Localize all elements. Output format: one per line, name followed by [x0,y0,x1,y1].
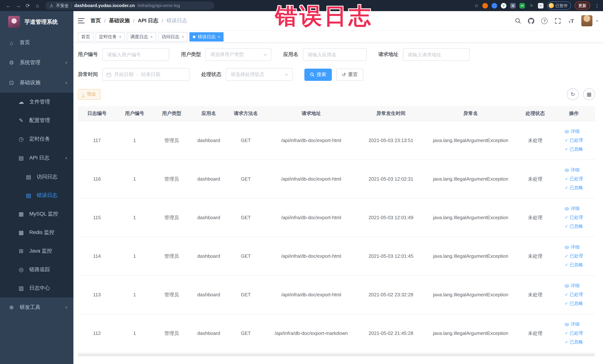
sidebar-item-java-monitor[interactable]: ⊞ Java 监控 [0,242,73,260]
breadcrumb-separator: / [162,18,163,24]
extension-icon[interactable]: ● [538,3,544,8]
horizontal-scrollbar[interactable] [78,353,595,356]
close-icon[interactable]: × [150,35,153,39]
avatar-caret-icon[interactable]: ▾ [596,19,598,23]
fullscreen-icon[interactable] [555,17,561,24]
ignored-link[interactable]: ✓已忽略 [565,262,583,268]
sidebar-item-config-management[interactable]: ✎ 配置管理 [0,111,73,130]
close-icon[interactable]: × [182,35,184,39]
processed-link[interactable]: ✓已处理 [565,137,583,143]
column-settings-button[interactable]: ▦ [583,88,595,100]
breadcrumb-item[interactable]: 首页 [91,17,101,24]
sidebar-item-redis-monitor[interactable]: ▩ Redis 监控 [0,223,73,242]
column-header: 用户类型 [153,106,190,121]
sidebar-item-mysql-monitor[interactable]: ▦ MySQL 监控 [0,205,73,223]
detail-link[interactable]: 详细 [565,205,580,212]
extension-icon[interactable]: ▦ [510,3,516,8]
processed-link[interactable]: ✓已处理 [565,330,583,336]
ignored-link[interactable]: ✓已忽略 [565,300,583,307]
sidebar-item-home[interactable]: ⌂ 首页 [0,33,73,53]
detail-link[interactable]: 详细 [565,282,580,289]
cell-type: 管理员 [153,160,190,198]
sidebar-item-dev-tools[interactable]: ⊕ 研发工具 ∨ [0,297,73,317]
sidebar-item-label: 文件管理 [29,99,68,105]
sidebar-item-error-logs[interactable]: ▤ 错误日志 [0,186,73,205]
user-avatar[interactable] [581,15,592,26]
date-range-picker[interactable]: 开始日期 - 结束日期 [102,68,189,81]
extension-icon[interactable] [492,3,497,8]
table-body: 1171管理员dashboardGET/api/infra/db-doc/exp… [78,121,595,352]
sidebar-item-scheduled-tasks[interactable]: ◷ 定时任务 [0,130,73,148]
app-name-input[interactable] [303,48,366,61]
security-label[interactable]: 不安全 [56,3,69,8]
sidebar-item-trace[interactable]: ◎ 链路追踪 [0,260,73,279]
request-url-input[interactable] [403,48,470,61]
detail-link[interactable]: 详细 [565,321,580,328]
sidebar-item-log-center[interactable]: ▥ 日志中心 [0,279,73,297]
tab-home[interactable]: 首页 [78,32,93,41]
close-icon[interactable]: × [218,35,220,39]
font-size-icon[interactable]: TT [568,17,575,24]
extension-icon[interactable] [482,3,488,8]
processed-link[interactable]: ✓已处理 [565,214,583,221]
log-center-icon: ▥ [18,285,24,292]
reload-icon[interactable]: ⟳ [23,3,33,9]
filter-status: 处理状态 请选择处理状态 [201,68,292,81]
reset-button[interactable]: ↺ 重置 [336,69,363,81]
tab-access-logs[interactable]: 访问日志 × [158,32,187,41]
ignored-link[interactable]: ✓已忽略 [565,185,583,191]
check-icon: ✓ [565,224,568,229]
processed-link[interactable]: ✓已处理 [565,253,583,259]
check-icon: ✓ [565,331,568,336]
user-id-input[interactable] [102,48,169,61]
home-icon[interactable]: ⌂ [33,3,42,9]
back-icon[interactable]: ← [4,3,13,9]
sidebar-item-label: Java 监控 [29,248,68,254]
detail-link[interactable]: 详细 [565,128,580,135]
sidebar-collapse-icon[interactable] [78,18,84,23]
close-icon[interactable]: × [119,35,121,39]
ignored-link[interactable]: ✓已忽略 [565,223,583,230]
sidebar-item-file-management[interactable]: ☁ 文件管理 [0,93,73,111]
cell-method: GET [227,160,264,198]
reset-button-label: 重置 [348,71,358,78]
ignored-link[interactable]: ✓已忽略 [565,146,583,153]
detail-link[interactable]: 详细 [565,244,580,250]
address-bar[interactable]: ⚠ 不安全 dashboard.yudao.iocoder.cn/infra/l… [45,1,214,10]
browser-menu-icon[interactable]: ⋮ [595,3,600,8]
refresh-button[interactable]: ↻ [567,88,579,100]
extension-icon[interactable]: on [519,3,525,8]
bookmark-star-icon[interactable]: ☆ [474,3,479,8]
sidebar-item-infrastructure[interactable]: ⊡ 基础设施 ∧ [0,73,73,93]
tab-error-logs[interactable]: 错误日志 × [190,32,223,41]
profile-paused-badge[interactable]: 已暂停 [547,1,571,10]
search-icon[interactable] [515,17,521,24]
detail-link[interactable]: 详细 [565,167,580,173]
tab-scheduled-tasks[interactable]: 定时任务 × [96,32,125,41]
check-icon: ✓ [565,186,568,190]
sidebar-item-api-logs[interactable]: ▤ API 日志 ∧ [0,148,73,168]
check-icon: ✓ [565,263,568,267]
forward-icon[interactable]: → [13,3,23,9]
sidebar-item-access-logs[interactable]: ▤ 访问日志 [0,168,73,186]
check-icon: ✓ [565,176,568,181]
cell-method: GET [227,314,264,352]
app-logo[interactable]: 芋道管理系统 [0,11,73,33]
status-select[interactable]: 请选择处理状态 [226,68,292,81]
processed-link[interactable]: ✓已处理 [565,176,583,182]
extension-icon[interactable]: V [501,3,506,8]
browser-update-button[interactable]: 更新 [575,1,590,10]
user-type-select[interactable]: 请选择用户类型 [205,48,271,61]
ignored-link[interactable]: ✓已忽略 [565,339,583,345]
export-button[interactable]: ↓ 导出 [78,89,101,100]
sidebar-item-system-management[interactable]: ⚙ 系统管理 ∨ [0,53,73,73]
search-button[interactable]: 搜索 [304,69,332,81]
help-icon[interactable]: ? [541,17,548,24]
github-icon[interactable] [528,17,534,24]
processed-link[interactable]: ✓已处理 [565,292,583,298]
breadcrumb-item[interactable]: API 日志 [138,17,158,24]
breadcrumb-item[interactable]: 基础设施 [109,17,130,24]
tab-schedule-logs[interactable]: 调度日志 × [127,32,156,41]
extension-icon[interactable]: ✳ [529,3,534,8]
tab-label: 调度日志 [130,34,148,40]
